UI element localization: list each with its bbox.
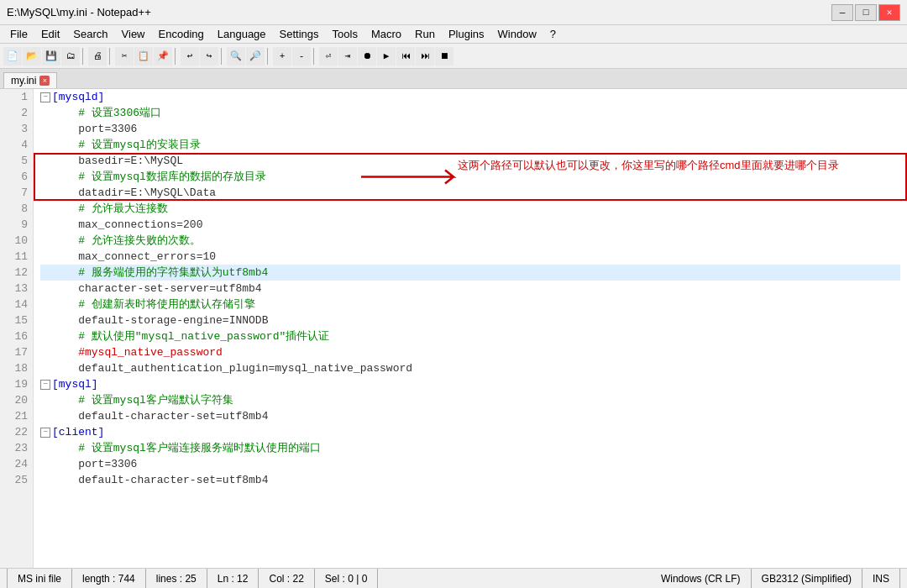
tb-macro-next[interactable]: ⏭ <box>416 47 434 66</box>
menu-search[interactable]: Search <box>66 26 114 42</box>
code-line-7: datadir=E:\MySQL\Data <box>40 185 900 201</box>
line-num-21: 21 <box>5 408 28 424</box>
menu-file[interactable]: File <box>3 26 34 42</box>
tb-copy[interactable]: 📋 <box>134 47 153 66</box>
toolbar-sep-2 <box>109 48 113 65</box>
minimize-button[interactable]: — <box>831 4 853 21</box>
line-num-16: 16 <box>5 328 28 344</box>
tb-zoomout[interactable]: - <box>292 47 311 66</box>
code-text-11: max_connect_errors=10 <box>52 249 216 265</box>
tb-undo[interactable]: ↩ <box>181 47 199 66</box>
code-line-12: # 服务端使用的字符集默认为utf8mb4 <box>40 265 900 281</box>
menu-edit[interactable]: Edit <box>34 26 66 42</box>
tb-save[interactable]: 💾 <box>42 47 60 66</box>
tab-label: my.ini <box>11 75 36 87</box>
status-filetype: MS ini file <box>7 569 72 588</box>
close-button[interactable]: ✕ <box>878 4 900 21</box>
menu-macro[interactable]: Macro <box>364 26 408 42</box>
menu-window[interactable]: Window <box>491 26 543 42</box>
editor-area: 1234567891011121314151617181920212223242… <box>0 89 907 568</box>
tb-paste[interactable]: 📌 <box>154 47 172 66</box>
tb-findreplace[interactable]: 🔎 <box>246 47 265 66</box>
line-num-18: 18 <box>5 360 28 376</box>
code-line-4: # 设置mysql的安装目录 <box>40 137 900 153</box>
line-num-2: 2 <box>5 105 28 121</box>
menu-help[interactable]: ? <box>543 26 563 42</box>
menu-language[interactable]: Language <box>211 26 273 42</box>
code-line-16: # 默认使用"mysql_native_password"插件认证 <box>40 328 900 344</box>
code-text-20: # 设置mysql客户端默认字符集 <box>52 392 233 408</box>
code-line-11: max_connect_errors=10 <box>40 249 900 265</box>
tab-close-button[interactable]: × <box>39 76 50 86</box>
code-line-25: default-character-set=utf8mb4 <box>40 472 900 488</box>
line-num-12: 12 <box>5 265 28 281</box>
menu-encoding[interactable]: Encoding <box>152 26 211 42</box>
line-num-20: 20 <box>5 392 28 408</box>
status-ins: INS <box>862 569 900 588</box>
code-line-22: −[client] <box>40 424 900 440</box>
tb-redo[interactable]: ↪ <box>200 47 218 66</box>
line-num-1: 1 <box>5 89 28 105</box>
tb-macro-rec[interactable]: ⏺ <box>358 47 376 66</box>
line-num-7: 7 <box>5 185 28 201</box>
tb-saveall[interactable]: 🗂 <box>61 47 80 66</box>
code-content[interactable]: −[mysqld] # 设置3306端口 port=3306 # 设置mysql… <box>34 89 907 568</box>
line-num-15: 15 <box>5 312 28 328</box>
status-lines: lines : 25 <box>146 569 207 588</box>
code-line-18: default_authentication_plugin=mysql_nati… <box>40 360 900 376</box>
toolbar-sep-4 <box>221 48 224 65</box>
code-text-4: # 设置mysql的安装目录 <box>52 137 201 153</box>
menu-plugins[interactable]: Plugins <box>442 26 491 42</box>
tb-open[interactable]: 📂 <box>23 47 41 66</box>
toolbar: 📄 📂 💾 🗂 🖨 ✂ 📋 📌 ↩ ↪ 🔍 🔎 + - ⏎ ⇥ ⏺ ▶ ⏮ ⏭ … <box>0 44 907 69</box>
toolbar-sep-6 <box>313 48 317 65</box>
code-line-14: # 创建新表时将使用的默认存储引擎 <box>40 297 900 312</box>
code-text-8: # 允许最大连接数 <box>52 201 168 217</box>
code-text-7: datadir=E:\MySQL\Data <box>52 185 216 201</box>
line-num-17: 17 <box>5 344 28 360</box>
tb-print[interactable]: 🖨 <box>88 47 107 66</box>
tb-wordwrap[interactable]: ⏎ <box>319 47 338 66</box>
line-num-8: 8 <box>5 201 28 217</box>
tb-macro-stop[interactable]: ⏹ <box>435 47 454 66</box>
tb-macro-play[interactable]: ▶ <box>377 47 396 66</box>
code-text-17: #mysql_native_password <box>52 344 223 360</box>
code-line-15: default-storage-engine=INNODB <box>40 312 900 328</box>
line-num-19: 19 <box>5 376 28 392</box>
tb-find[interactable]: 🔍 <box>227 47 245 66</box>
code-line-2: # 设置3306端口 <box>40 105 900 121</box>
tb-cut[interactable]: ✂ <box>115 47 134 66</box>
status-encoding: GB2312 (Simplified) <box>752 569 862 588</box>
tb-new[interactable]: 📄 <box>3 47 22 66</box>
status-bar: MS ini file length : 744 lines : 25 Ln :… <box>0 568 907 588</box>
code-line-24: port=3306 <box>40 456 900 472</box>
line-num-9: 9 <box>5 217 28 233</box>
fold-icon-19[interactable]: − <box>40 380 50 390</box>
code-line-13: character-set-server=utf8mb4 <box>40 281 900 297</box>
line-num-11: 11 <box>5 249 28 265</box>
tab-myini[interactable]: my.ini × <box>3 72 57 88</box>
line-num-10: 10 <box>5 233 28 249</box>
line-num-22: 22 <box>5 424 28 440</box>
menu-run[interactable]: Run <box>408 26 442 42</box>
code-text-15: default-storage-engine=INNODB <box>52 312 268 328</box>
code-text-10: # 允许连接失败的次数。 <box>52 233 201 249</box>
status-col: Col : 22 <box>259 569 314 588</box>
toolbar-sep-1 <box>82 48 86 65</box>
code-line-1: −[mysqld] <box>40 89 900 105</box>
fold-icon-22[interactable]: − <box>40 428 50 438</box>
tb-zoomin[interactable]: + <box>273 47 291 66</box>
code-text-25: default-character-set=utf8mb4 <box>52 472 268 488</box>
maximize-button[interactable]: □ <box>855 4 877 21</box>
menu-view[interactable]: View <box>115 26 152 42</box>
tb-indent[interactable]: ⇥ <box>338 47 357 66</box>
menu-settings[interactable]: Settings <box>273 26 326 42</box>
status-ln: Ln : 12 <box>207 569 260 588</box>
window-title: E:\MySQL\my.ini - Notepad++ <box>7 6 151 18</box>
line-num-25: 25 <box>5 472 28 488</box>
tb-macro-prev[interactable]: ⏮ <box>396 47 415 66</box>
menu-tools[interactable]: Tools <box>326 26 364 42</box>
code-line-19: −[mysql] <box>40 376 900 392</box>
line-numbers: 1234567891011121314151617181920212223242… <box>0 89 34 568</box>
fold-icon-1[interactable]: − <box>40 92 50 102</box>
